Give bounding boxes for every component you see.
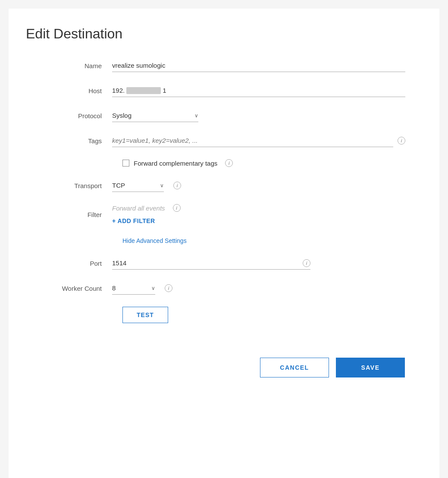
forward-tags-text: Forward complementary tags <box>134 160 217 167</box>
filter-placeholder: Forward all events i <box>112 204 405 212</box>
filter-label: Filter <box>52 211 112 218</box>
port-input[interactable] <box>112 257 298 269</box>
port-label: Port <box>52 260 112 267</box>
tags-label: Tags <box>52 137 112 145</box>
protocol-label: Protocol <box>52 112 112 120</box>
port-row: Port i <box>52 257 405 270</box>
transport-label: Transport <box>52 182 112 189</box>
protocol-field: Syslog ∨ <box>112 109 405 122</box>
host-label: Host <box>52 87 112 94</box>
transport-chevron-icon: ∨ <box>160 182 164 189</box>
footer-buttons: CANCEL SAVE <box>26 349 414 386</box>
transport-value: TCP <box>112 182 157 189</box>
worker-count-field: 8 ∨ i <box>112 282 405 295</box>
port-field: i <box>112 257 405 270</box>
name-field <box>112 59 405 72</box>
host-suffix: 1 <box>163 87 166 94</box>
forward-tags-checkbox[interactable] <box>122 160 129 167</box>
protocol-value: Syslog <box>112 112 191 119</box>
add-filter-link[interactable]: + ADD FILTER <box>112 217 155 224</box>
name-row: Name <box>52 59 405 72</box>
host-row: Host 192. 1 <box>52 84 405 97</box>
filter-info-icon[interactable]: i <box>173 204 181 212</box>
worker-count-chevron-icon: ∨ <box>151 285 155 291</box>
port-info-icon[interactable]: i <box>303 259 310 267</box>
tags-info-icon[interactable]: i <box>398 137 405 145</box>
save-button[interactable]: SAVE <box>336 358 405 377</box>
tags-input-wrapper <box>112 134 393 147</box>
tags-input[interactable] <box>112 134 393 147</box>
transport-field: TCP ∨ i <box>112 179 405 192</box>
protocol-row: Protocol Syslog ∨ <box>52 109 405 122</box>
hide-advanced-row: Hide Advanced Settings <box>122 237 405 245</box>
host-redacted-segment <box>126 87 161 94</box>
worker-count-label: Worker Count <box>52 285 112 292</box>
port-input-wrapper: i <box>112 257 310 270</box>
protocol-chevron-icon: ∨ <box>194 113 198 119</box>
transport-info-icon[interactable]: i <box>173 182 181 189</box>
forward-tags-label: Forward complementary tags i <box>134 159 233 167</box>
filter-placeholder-text: Forward all events <box>112 204 165 212</box>
transport-select[interactable]: TCP ∨ <box>112 179 164 192</box>
forward-tags-info-icon[interactable]: i <box>225 159 233 167</box>
filter-field: Forward all events i + ADD FILTER <box>112 204 405 225</box>
worker-count-row: Worker Count 8 ∨ i <box>52 282 405 295</box>
hide-advanced-link[interactable]: Hide Advanced Settings <box>122 237 187 244</box>
name-label: Name <box>52 62 112 69</box>
test-button[interactable]: TEST <box>122 307 168 323</box>
worker-count-select[interactable]: 8 ∨ <box>112 282 155 295</box>
forward-tags-row: Forward complementary tags i <box>122 159 405 167</box>
filter-row: Filter Forward all events i + ADD FILTER <box>52 204 405 225</box>
name-input[interactable] <box>112 59 405 72</box>
transport-row: Transport TCP ∨ i <box>52 179 405 192</box>
host-field: 192. 1 <box>112 84 405 97</box>
protocol-select[interactable]: Syslog ∨ <box>112 109 198 122</box>
edit-destination-dialog: Edit Destination Name Host 192. 1 Protoc… <box>9 9 439 478</box>
tags-field: i <box>112 134 405 147</box>
form-container: Name Host 192. 1 Protocol Syslog ∨ <box>52 59 405 349</box>
worker-count-value: 8 <box>112 284 148 292</box>
cancel-button[interactable]: CANCEL <box>260 358 329 377</box>
host-value-display: 192. 1 <box>112 84 405 97</box>
host-prefix: 192. <box>112 87 125 94</box>
tags-row: Tags i <box>52 134 405 147</box>
worker-count-info-icon[interactable]: i <box>165 284 172 292</box>
page-title: Edit Destination <box>26 26 414 42</box>
